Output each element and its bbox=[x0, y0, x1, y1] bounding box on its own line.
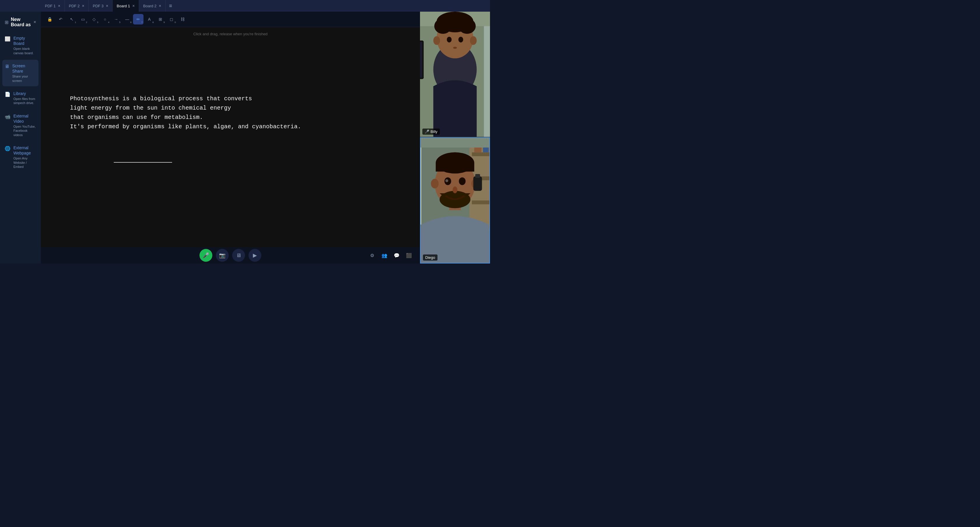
library-title: Library bbox=[13, 91, 36, 96]
text-tool-button[interactable]: A8 bbox=[144, 14, 154, 24]
sidebar-item-screen-share[interactable]: 🖥 Screen Share Share your screen bbox=[2, 60, 38, 86]
svg-rect-2 bbox=[420, 42, 422, 78]
eraser-subscript: 0 bbox=[175, 21, 176, 24]
sidebar-close-button[interactable]: × bbox=[33, 19, 36, 25]
svg-point-11 bbox=[433, 36, 440, 45]
line-tool-button[interactable]: —6 bbox=[122, 14, 132, 24]
rect-tool-icon: ▭ bbox=[81, 17, 85, 22]
tab-pdf1[interactable]: PDF 1× bbox=[41, 0, 65, 12]
billy-name-tag: 🎤 Billy bbox=[422, 129, 440, 135]
diego-name-tag: Diego bbox=[423, 254, 438, 260]
line-tool-icon: — bbox=[125, 17, 129, 22]
sidebar-title: New Board as bbox=[11, 17, 33, 27]
svg-point-15 bbox=[453, 47, 457, 49]
participant-tile-billy: 🎤 Billy bbox=[420, 12, 490, 137]
people-button[interactable]: 👥 bbox=[379, 250, 390, 260]
image-tool-button[interactable]: ⊞9 bbox=[155, 14, 165, 24]
canvas-text: Photosynthesis is a biological process t… bbox=[70, 94, 301, 132]
board-icon: ⊞ bbox=[5, 19, 8, 25]
lock-tool-button[interactable]: 🔒 bbox=[45, 14, 55, 24]
external-video-desc: Open YouTube, Facebook videos bbox=[13, 124, 36, 137]
chat-button[interactable]: 💬 bbox=[391, 250, 402, 260]
svg-rect-18 bbox=[472, 152, 489, 156]
tab-label: PDF 3 bbox=[93, 4, 103, 8]
library-icon: 📄 bbox=[5, 92, 11, 97]
pen-subscript: 7 bbox=[142, 21, 143, 24]
svg-point-37 bbox=[459, 177, 466, 185]
select-subscript: 1 bbox=[75, 21, 76, 24]
video-panel: 🎤 Billy bbox=[420, 12, 490, 264]
participant-tile-diego: Diego bbox=[420, 137, 490, 264]
svg-rect-20 bbox=[472, 200, 489, 204]
camera-button[interactable]: 📷 bbox=[216, 249, 229, 262]
external-video-title: External Video bbox=[13, 113, 36, 124]
sidebar-header: ⊞ New Board as × bbox=[2, 15, 38, 32]
tab-close-board2[interactable]: × bbox=[159, 4, 161, 8]
svg-rect-22 bbox=[483, 148, 489, 152]
eraser-tool-icon: ◻ bbox=[170, 17, 173, 22]
circle-tool-button[interactable]: ○4 bbox=[100, 14, 110, 24]
screenshare-button[interactable]: 🖥 bbox=[232, 249, 245, 262]
svg-point-13 bbox=[447, 37, 452, 43]
svg-rect-35 bbox=[475, 174, 480, 178]
pen-tool-button[interactable]: ✏7 bbox=[133, 14, 143, 24]
line-subscript: 6 bbox=[130, 21, 132, 24]
tab-label: PDF 1 bbox=[45, 4, 56, 8]
tab-board1[interactable]: Board 1× bbox=[113, 0, 139, 12]
mic-button[interactable]: 🎤 bbox=[199, 249, 212, 262]
svg-point-10 bbox=[441, 15, 469, 32]
text-subscript: 8 bbox=[153, 21, 154, 24]
bottom-right-buttons: ⚙👥💬⬛ bbox=[367, 250, 414, 260]
sidebar-item-external-webpage[interactable]: 🌐 External Webpage Open Any Website / Em… bbox=[2, 142, 38, 172]
tab-close-board1[interactable]: × bbox=[132, 4, 135, 8]
tab-close-pdf1[interactable]: × bbox=[58, 4, 60, 8]
eraser-tool-button[interactable]: ◻0 bbox=[166, 14, 177, 24]
tab-menu-button[interactable]: ≡ bbox=[165, 0, 176, 12]
tab-pdf3[interactable]: PDF 3× bbox=[89, 0, 113, 12]
rect-tool-button[interactable]: ▭2 bbox=[78, 14, 88, 24]
link-tool-button[interactable]: ⛓ bbox=[177, 14, 188, 24]
svg-rect-23 bbox=[421, 138, 421, 224]
diego-name: Diego bbox=[425, 256, 435, 260]
tab-close-pdf3[interactable]: × bbox=[106, 4, 108, 8]
link-tool-icon: ⛓ bbox=[181, 17, 185, 22]
play-button[interactable]: ▶ bbox=[248, 249, 261, 262]
external-video-icon: 📹 bbox=[5, 114, 11, 119]
tab-board2[interactable]: Board 2× bbox=[139, 0, 165, 12]
screen-share-icon: 🖥 bbox=[5, 64, 10, 69]
tab-pdf2[interactable]: PDF 2× bbox=[65, 0, 89, 12]
sidebar-item-empty-board[interactable]: ⬜ Empty Board Open blank canvas board. bbox=[2, 32, 38, 59]
settings-button[interactable]: ⚙ bbox=[367, 250, 377, 260]
lock-tool-icon: 🔒 bbox=[47, 17, 52, 22]
arrow-subscript: 5 bbox=[119, 21, 121, 24]
svg-rect-3 bbox=[484, 12, 490, 137]
sidebar-item-external-video[interactable]: 📹 External Video Open YouTube, Facebook … bbox=[2, 110, 38, 140]
tab-label: PDF 2 bbox=[69, 4, 80, 8]
diamond-tool-button[interactable]: ◇3 bbox=[89, 14, 99, 24]
pen-tool-icon: ✏ bbox=[137, 17, 140, 22]
select-tool-button[interactable]: ↖1 bbox=[67, 14, 77, 24]
rect-subscript: 2 bbox=[86, 21, 87, 24]
canvas-line bbox=[114, 162, 172, 163]
canvas-content[interactable]: Click and drag, release when you're fini… bbox=[41, 27, 420, 247]
svg-rect-30 bbox=[436, 163, 474, 171]
canvas-area: 🔒↶↖1▭2◇3○4→5—6✏7A8⊞9◻0⛓ Click and drag, … bbox=[41, 12, 420, 264]
toolbar: 🔒↶↖1▭2◇3○4→5—6✏7A8⊞9◻0⛓ bbox=[41, 12, 420, 27]
svg-point-32 bbox=[431, 179, 438, 188]
external-webpage-icon: 🌐 bbox=[5, 146, 11, 151]
library-desc: Open files from simpech drive. bbox=[13, 97, 36, 105]
circle-tool-icon: ○ bbox=[104, 17, 106, 22]
arrow-tool-icon: → bbox=[114, 17, 118, 22]
undo-tool-button[interactable]: ↶ bbox=[56, 14, 66, 24]
sidebar-item-library[interactable]: 📄 Library Open files from simpech drive. bbox=[2, 87, 38, 109]
image-tool-icon: ⊞ bbox=[159, 17, 162, 22]
svg-point-39 bbox=[453, 186, 458, 193]
empty-board-icon: ⬜ bbox=[5, 36, 11, 42]
exit-button[interactable]: ⬛ bbox=[404, 250, 414, 260]
canvas-hint: Click and drag, release when you're fini… bbox=[193, 32, 268, 36]
tab-close-pdf2[interactable]: × bbox=[82, 4, 84, 8]
sidebar-panel: ⊞ New Board as × ⬜ Empty Board Open blan… bbox=[0, 12, 41, 264]
svg-point-14 bbox=[458, 37, 463, 43]
diamond-subscript: 3 bbox=[97, 21, 98, 24]
arrow-tool-button[interactable]: →5 bbox=[111, 14, 121, 24]
